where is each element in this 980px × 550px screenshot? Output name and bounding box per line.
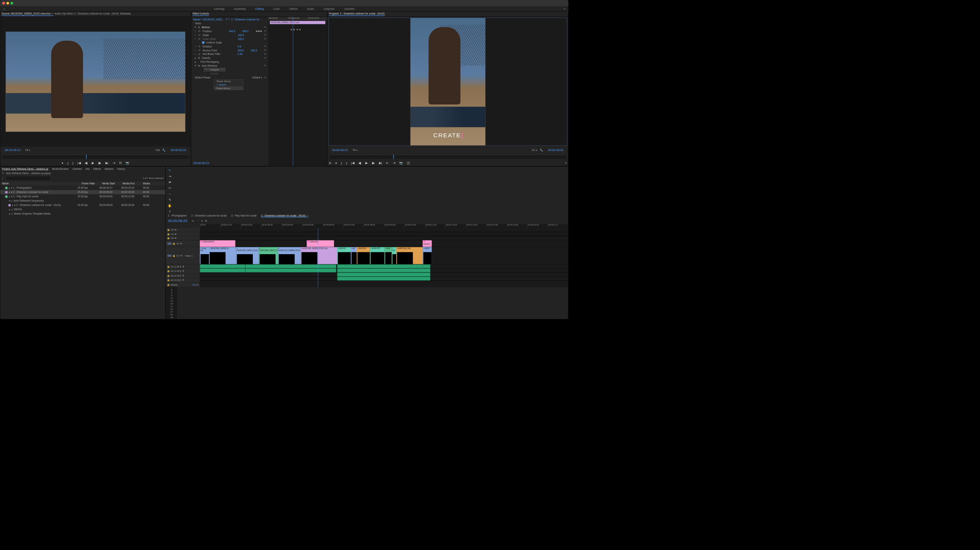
param-anti-flicker-filter[interactable]: Anti-flicker Filter — [203, 53, 236, 55]
play-icon[interactable]: ▶ — [92, 161, 94, 165]
insert-icon[interactable]: ⇥ — [113, 161, 115, 165]
timeline-clip[interactable]: ▪ A002C0 — [337, 247, 351, 264]
sequence-tab[interactable]: 2 - Dreamers cutdown for social - (9x16)… — [261, 214, 308, 217]
extract-icon[interactable]: ⇥ — [393, 161, 395, 165]
source-zoom[interactable]: Fit ▾ — [25, 149, 30, 152]
in-icon[interactable]: { — [67, 161, 69, 165]
close-icon[interactable]: × — [52, 12, 53, 15]
maximize-window[interactable] — [11, 2, 13, 5]
motion-effect[interactable]: Motion — [202, 26, 210, 29]
step-fwd-icon[interactable]: |▶ — [98, 161, 101, 165]
track-target[interactable]: V4 — [171, 233, 174, 235]
workspace-effects[interactable]: Effects — [289, 7, 298, 11]
source-patch[interactable]: V2 — [167, 242, 172, 245]
timeline-clip[interactable]: ▪ A001C116_160508_R1JC — [278, 247, 301, 264]
pen-tool-icon[interactable]: ✎ — [169, 198, 171, 202]
in-icon[interactable]: { — [341, 161, 342, 165]
source-in-tc[interactable]: 00:23:43:13 — [2, 147, 22, 153]
track-target[interactable]: A4 — [171, 279, 174, 281]
export-frame-icon[interactable]: 📷 — [399, 161, 403, 165]
audio-mixer-tab[interactable]: Audio Clip Mixer: 2 - Dreamers cutdown f… — [54, 12, 119, 16]
sequence-tab[interactable]: 3 - Play Hard for social — [231, 214, 257, 217]
project-tab-5[interactable]: Markers — [105, 168, 114, 170]
uniform-scale-checkbox[interactable] — [202, 42, 205, 44]
sequence-tab[interactable]: 2 - Dreamers cutdown for social — [191, 214, 227, 217]
step-fwd-icon[interactable]: |▶ — [372, 161, 375, 165]
program-tab[interactable]: Program: 2 - Dreamers cutdown for social… — [329, 12, 385, 16]
timeline-clip[interactable]: CREATE — [307, 240, 334, 247]
track-target[interactable]: V2 — [176, 242, 179, 245]
goto-out-icon[interactable]: ▶| — [105, 161, 109, 165]
audio-clip[interactable] — [337, 273, 430, 277]
timeline-clip[interactable]: ▪ Cross Dis — [200, 247, 209, 264]
track-target[interactable]: A3 — [171, 274, 174, 277]
timeline-clip[interactable]: DREAMERS — [200, 240, 235, 247]
workspace-assembly[interactable]: Assembly — [234, 7, 246, 11]
marker-icon[interactable]: ♦ — [62, 161, 63, 165]
timeline-clip[interactable]: ▪ A013C024_160521_R1JC.mov — [301, 247, 337, 264]
source-scrubber[interactable] — [2, 155, 189, 159]
marker-icon[interactable]: ♦ — [201, 219, 203, 223]
goto-in-icon[interactable]: |◀ — [351, 161, 354, 165]
track-target[interactable]: A1 — [171, 265, 174, 268]
snap-icon[interactable]: ⁂ — [192, 219, 194, 223]
play-icon[interactable]: ▶ — [365, 161, 368, 165]
out-icon[interactable]: } — [346, 161, 347, 165]
close-window[interactable] — [2, 2, 5, 5]
linked-sel-icon[interactable]: ⌒ — [196, 219, 199, 223]
out-icon[interactable]: } — [73, 161, 74, 165]
audio-clip[interactable] — [245, 268, 336, 272]
type-tool-icon[interactable]: T — [169, 210, 171, 213]
program-scrubber[interactable] — [329, 155, 566, 159]
project-tab-4[interactable]: Effects — [93, 168, 101, 170]
timeline-clip[interactable]: ▪ A015C075 — [370, 247, 385, 264]
source-patch[interactable]: V1 — [167, 254, 172, 257]
project-item[interactable]: ▸ ⫿ 3 - Play Hard for social25.00 fps00:… — [0, 194, 165, 199]
project-item[interactable]: ▸ ▢ MEDIA — [0, 207, 165, 211]
param-scale-width[interactable]: Scale Width — [203, 37, 236, 40]
source-res[interactable]: Full — [156, 149, 160, 151]
audio-clip[interactable] — [245, 264, 336, 268]
add-button-icon[interactable]: + — [565, 161, 567, 165]
overwrite-icon[interactable]: ⊡ — [119, 161, 122, 165]
track-target[interactable]: V5 — [171, 229, 174, 231]
motion-preset-value[interactable]: Default ▾ — [252, 76, 262, 79]
source-tab[interactable]: Source: A013C024_160521_R1JC.mov.mov × — [2, 12, 53, 16]
timeline-clip[interactable]: ▪ A0 — [392, 247, 396, 264]
project-tab-0[interactable]: Project: Auto Reframe Demo - cleaned up — [2, 168, 48, 170]
timeline-tc[interactable]: 00:00:08:23 — [166, 218, 190, 224]
effect-controls-tab[interactable]: Effect Controls — [192, 12, 209, 16]
audio-clip[interactable] — [337, 277, 430, 280]
project-item[interactable]: ▸ ⫿ 2 - Dreamers cutdown for social - (9… — [0, 203, 165, 207]
selection-tool-icon[interactable]: ↖ — [169, 168, 171, 172]
project-tab-1[interactable]: Media Browser — [52, 168, 69, 170]
preset-option-default[interactable]: ✓ Default — [214, 83, 243, 87]
audio-clip[interactable] — [200, 268, 245, 272]
marker-icon[interactable]: ♦ — [336, 161, 337, 165]
analyze-button[interactable]: Analyze — [204, 68, 225, 71]
timeline-clip[interactable]: ▪ A001C004_160508_R — [209, 247, 236, 264]
param-scale[interactable]: Scale — [203, 34, 236, 36]
track-target[interactable]: V3 — [171, 237, 174, 239]
step-back-icon[interactable]: ◀| — [85, 161, 88, 165]
settings-icon[interactable]: ⚙ — [205, 219, 207, 223]
project-tab-3[interactable]: Info — [85, 168, 90, 170]
program-res[interactable]: 1/2 ▾ — [532, 149, 537, 152]
ripple-tool-icon[interactable]: ⇄ — [169, 180, 171, 184]
project-tab-6[interactable]: History — [117, 168, 125, 170]
project-search[interactable] — [5, 176, 51, 180]
track-select-tool-icon[interactable]: ⇥ — [169, 174, 171, 178]
project-item[interactable]: ▸ ⫿ 1 - Photographer25.00 fps00:00:26:17… — [0, 186, 165, 190]
timeline-clip[interactable]: ▪ A0 — [351, 247, 357, 264]
project-columns[interactable]: Name Frame Rate Media Start Media End Me… — [0, 182, 165, 186]
timeline-clip[interactable]: SHOW — [423, 240, 432, 247]
track-target[interactable]: V1 — [176, 254, 179, 257]
fx-icon[interactable]: fx — [329, 161, 331, 165]
efx-master[interactable]: Master * A013C024_160S... — [193, 18, 224, 21]
lift-icon[interactable]: ⇤ — [386, 161, 388, 165]
param-rotation[interactable]: Rotation — [203, 45, 236, 48]
track-target[interactable]: A2 — [171, 270, 174, 272]
workspace-graphics[interactable]: Graphics — [324, 7, 335, 11]
program-zoom[interactable]: Fit ▾ — [353, 149, 358, 152]
slip-tool-icon[interactable]: ↔ — [168, 192, 171, 196]
